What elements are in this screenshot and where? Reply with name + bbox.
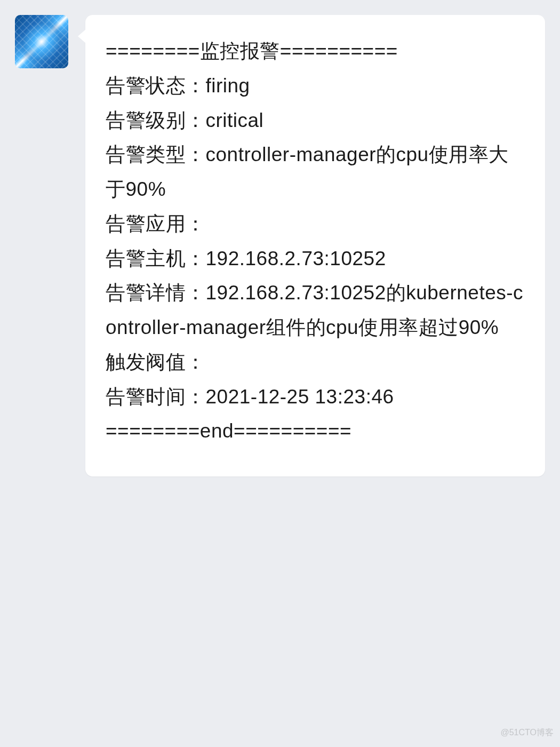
time-value: 2021-12-25 13:23:46 xyxy=(206,386,394,408)
message-text: ========监控报警========== 告警状态：firing 告警级别：… xyxy=(106,34,525,449)
detail-label: 告警详情： xyxy=(106,282,206,304)
threshold-label: 触发阀值： xyxy=(106,351,206,373)
level-value: critical xyxy=(206,109,264,131)
avatar[interactable] xyxy=(15,15,68,68)
host-value: 192.168.2.73:10252 xyxy=(206,248,386,269)
host-label: 告警主机： xyxy=(106,248,206,269)
alert-footer: ========end========== xyxy=(106,420,351,442)
app-label: 告警应用： xyxy=(106,213,206,235)
alert-header: ========监控报警========== xyxy=(106,40,398,62)
watermark: @51CTO博客 xyxy=(500,727,554,738)
status-label: 告警状态： xyxy=(106,75,206,97)
chat-container: ========监控报警========== 告警状态：firing 告警级别：… xyxy=(0,0,560,487)
status-value: firing xyxy=(206,75,250,97)
time-label: 告警时间： xyxy=(106,386,206,408)
level-label: 告警级别： xyxy=(106,109,206,131)
type-label: 告警类型： xyxy=(106,144,206,165)
message-bubble[interactable]: ========监控报警========== 告警状态：firing 告警级别：… xyxy=(85,15,545,476)
